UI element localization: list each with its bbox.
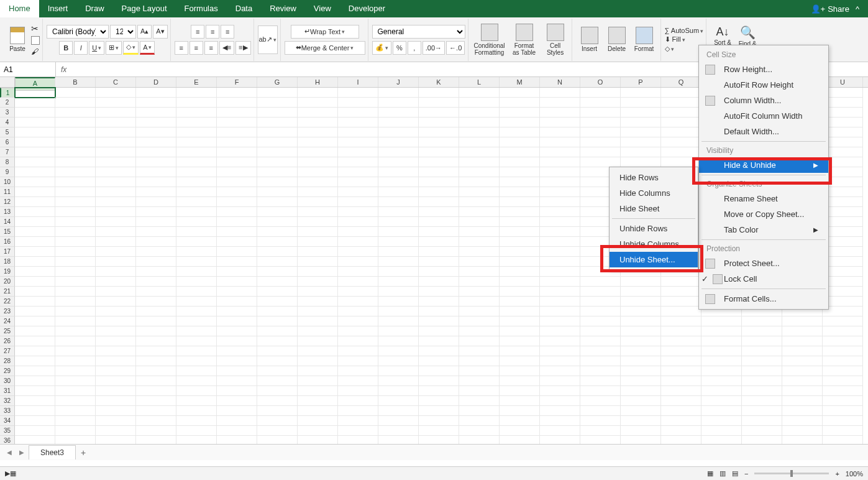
macro-icon[interactable]: ▶▦ — [5, 469, 16, 478]
cell[interactable] — [419, 267, 459, 277]
cut-icon[interactable]: ✂︎ — [31, 24, 40, 34]
cell[interactable] — [580, 356, 621, 366]
cell[interactable] — [701, 426, 742, 436]
cell[interactable] — [15, 436, 55, 444]
cell[interactable] — [298, 127, 338, 137]
cell[interactable] — [661, 127, 701, 137]
cell[interactable] — [419, 346, 459, 356]
cell[interactable] — [136, 267, 176, 277]
cell[interactable] — [55, 336, 96, 346]
cell[interactable] — [176, 416, 217, 426]
cell[interactable] — [217, 356, 257, 366]
cell[interactable] — [823, 316, 863, 326]
cell[interactable] — [217, 147, 257, 157]
cell[interactable] — [621, 396, 661, 406]
row-header[interactable]: 25 — [0, 326, 15, 336]
cell[interactable] — [96, 376, 136, 386]
cell[interactable] — [580, 376, 621, 386]
wrap-text-button[interactable]: ↵ Wrap Text▾ — [291, 25, 359, 39]
cell[interactable] — [338, 108, 378, 118]
cell[interactable] — [257, 436, 298, 444]
cell[interactable] — [96, 287, 136, 297]
cell[interactable] — [701, 436, 742, 444]
cell[interactable] — [136, 207, 176, 217]
cell[interactable] — [580, 277, 621, 287]
align-middle-button[interactable]: ≡ — [206, 25, 219, 39]
cell[interactable] — [257, 127, 298, 137]
cell[interactable] — [419, 157, 459, 167]
cell[interactable] — [500, 386, 540, 396]
cell[interactable] — [338, 346, 378, 356]
cell[interactable] — [298, 297, 338, 307]
cell[interactable] — [15, 157, 55, 167]
cell[interactable] — [176, 157, 217, 167]
row-header[interactable]: 32 — [0, 396, 15, 406]
tab-review[interactable]: Review — [261, 0, 305, 17]
cell[interactable] — [338, 217, 378, 227]
cell[interactable] — [338, 177, 378, 187]
cell[interactable] — [419, 137, 459, 147]
cell[interactable] — [15, 316, 55, 326]
cell[interactable] — [298, 157, 338, 167]
tab-formulas[interactable]: Formulas — [176, 0, 227, 17]
cell[interactable] — [96, 436, 136, 444]
cell[interactable] — [378, 177, 419, 187]
cell[interactable] — [55, 197, 96, 207]
cell[interactable] — [96, 127, 136, 137]
cell[interactable] — [459, 267, 500, 277]
cell[interactable] — [176, 147, 217, 157]
cell[interactable] — [378, 98, 419, 108]
cell[interactable] — [580, 326, 621, 336]
cell[interactable] — [621, 436, 661, 444]
cell[interactable] — [217, 197, 257, 207]
tab-data[interactable]: Data — [227, 0, 261, 17]
cell[interactable] — [621, 376, 661, 386]
cell[interactable] — [136, 376, 176, 386]
cell[interactable] — [540, 108, 580, 118]
cell[interactable] — [782, 366, 823, 376]
column-header[interactable]: C — [96, 77, 136, 87]
cell[interactable] — [419, 406, 459, 416]
column-header[interactable]: B — [55, 77, 96, 87]
cell[interactable] — [136, 217, 176, 227]
cell[interactable] — [742, 366, 782, 376]
cell[interactable] — [823, 366, 863, 376]
underline-button[interactable]: U▾ — [89, 41, 104, 55]
row-header[interactable]: 22 — [0, 297, 15, 307]
cell[interactable] — [500, 366, 540, 376]
cell[interactable] — [338, 436, 378, 444]
submenu-unhide-columns[interactable]: Unhide Columns — [610, 236, 698, 252]
cell[interactable] — [742, 346, 782, 356]
cell[interactable] — [378, 336, 419, 346]
cell[interactable] — [419, 207, 459, 217]
cell[interactable] — [742, 386, 782, 396]
cell[interactable] — [500, 147, 540, 157]
cell[interactable] — [500, 187, 540, 197]
cell[interactable] — [782, 356, 823, 366]
cell[interactable] — [540, 386, 580, 396]
cell[interactable] — [459, 157, 500, 167]
cell[interactable] — [338, 416, 378, 426]
cell[interactable] — [782, 326, 823, 336]
cell[interactable] — [661, 346, 701, 356]
cell[interactable] — [419, 316, 459, 326]
row-header[interactable]: 36 — [0, 436, 15, 444]
align-center-button[interactable]: ≡ — [190, 41, 203, 55]
cell[interactable] — [661, 366, 701, 376]
cell[interactable] — [15, 336, 55, 346]
cell[interactable] — [15, 257, 55, 267]
cell[interactable] — [378, 297, 419, 307]
row-header[interactable]: 11 — [0, 187, 15, 197]
cell[interactable] — [459, 406, 500, 416]
cell[interactable] — [55, 287, 96, 297]
cell[interactable] — [257, 297, 298, 307]
row-header[interactable]: 7 — [0, 147, 15, 157]
cell[interactable] — [742, 376, 782, 386]
cell[interactable] — [176, 326, 217, 336]
cell[interactable] — [257, 316, 298, 326]
cell[interactable] — [96, 346, 136, 356]
cell[interactable] — [500, 227, 540, 237]
row-header[interactable]: 9 — [0, 167, 15, 177]
cell[interactable] — [459, 227, 500, 237]
cell[interactable] — [500, 356, 540, 366]
